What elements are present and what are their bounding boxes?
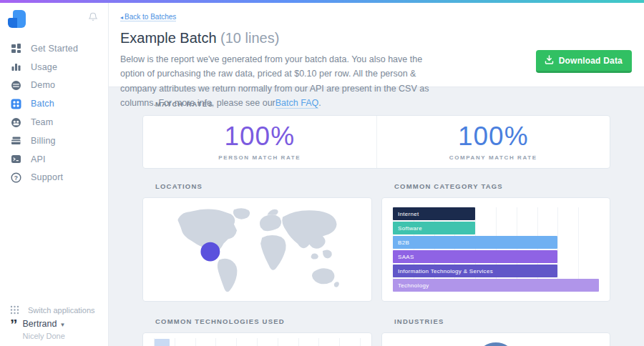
company-match-rate-value: 100% [458,123,529,149]
world-map [143,198,371,301]
back-to-batches-link[interactable]: ◂Back to Batches [120,13,176,21]
sidebar-item-label: Team [31,117,53,127]
sidebar-nav: Get Started Usage Demo Batch [0,39,108,187]
page-title-suffix: (10 lines) [220,30,279,46]
sidebar-item-team[interactable]: Team [0,113,108,132]
sidebar-item-batch[interactable]: Batch [0,94,108,113]
terminal-icon [10,153,22,165]
sidebar-item-support[interactable]: ? Support [0,169,108,187]
bar-software: Software [393,222,475,234]
question-circle-icon: ? [10,172,22,184]
technologies-chart [154,338,361,346]
technologies-card [142,332,372,346]
chart-gridlines [154,338,361,346]
bar-information-technology-services: Information Technology & Services [393,265,557,277]
grid-dots-icon [10,305,19,315]
section-label-industries: INDUSTRIES [381,317,610,325]
clearbit-logo-icon[interactable] [8,10,26,28]
bar-internet: Internet [393,207,475,220]
person-match-rate-caption: PERSON MATCH RATE [218,154,301,161]
top-gradient-bar [0,0,644,3]
credit-card-icon [10,134,22,147]
industries-card [381,332,610,346]
match-rates-card: 100% PERSON MATCH RATE 100% COMPANY MATC… [142,115,610,169]
org-avatar-icon: ” [10,320,16,330]
sidebar-item-demo[interactable]: Demo [0,76,108,95]
person-match-rate-value: 100% [224,123,295,149]
dashboard-grid-icon [10,42,22,54]
sidebar-item-get-started[interactable]: Get Started [0,39,108,58]
sidebar-item-label: Demo [31,80,55,90]
sidebar-item-usage[interactable]: Usage [0,58,108,76]
switch-applications-label: Switch applications [28,306,95,315]
svg-text:?: ? [14,174,18,182]
team-icon [10,117,22,129]
user-name: Bertrand [23,319,57,329]
bar-saas: SAAS [393,250,557,263]
browser-circle-icon [10,79,22,92]
page-header: ◂Back to Batches Example Batch (10 lines… [109,3,644,87]
bar-b2b: B2B [393,236,557,249]
download-icon [545,55,554,66]
sidebar-item-label: Usage [31,62,57,72]
bar-chart-icon [10,61,22,73]
section-label-locations: LOCATIONS [142,182,372,189]
chevron-down-icon: ▼ [59,322,65,328]
category-bar-rows: InternetSoftwareB2BSAASInformation Techn… [393,207,599,292]
download-data-button[interactable]: Download Data [536,50,632,73]
technologies-first-bar [155,339,170,346]
sidebar-item-label: Batch [31,99,54,109]
org-name: Nicely Done [23,332,66,340]
report-content: MATCH RATES 100% PERSON MATCH RATE 100% … [109,87,644,346]
app-screen: Get Started Usage Demo Batch [0,0,644,346]
batch-dots-icon [10,98,22,110]
sidebar: Get Started Usage Demo Batch [0,3,109,346]
category-tags-chart: InternetSoftwareB2BSAASInformation Techn… [393,207,599,292]
person-match-rate: 100% PERSON MATCH RATE [143,116,376,168]
bar-technology: Technology [393,279,599,292]
sidebar-item-label: Billing [31,136,56,146]
notification-bell-icon[interactable] [87,11,99,24]
sidebar-item-billing[interactable]: Billing [0,132,108,150]
company-match-rate: 100% COMPANY MATCH RATE [376,116,610,168]
sidebar-item-label: Support [31,172,63,182]
switch-applications[interactable]: Switch applications [10,305,95,315]
location-marker [200,242,220,262]
sidebar-item-api[interactable]: API [0,150,108,169]
sidebar-item-label: Get Started [31,44,78,54]
page-title: Example Batch (10 lines) [120,30,644,46]
locations-card [142,197,372,302]
section-label-technologies: COMMON TECHNOLOGIES USED [142,317,372,325]
category-tags-card: InternetSoftwareB2BSAASInformation Techn… [381,197,610,302]
back-arrow-icon: ◂ [120,14,123,21]
section-label-category-tags: COMMON CATEGORY TAGS [381,182,610,189]
page-description: Below is the report we've generated from… [120,52,440,110]
batch-faq-link[interactable]: Batch FAQ [275,98,318,109]
sidebar-item-label: API [31,154,46,164]
company-match-rate-caption: COMPANY MATCH RATE [449,154,537,161]
industries-donut-chart [475,342,517,346]
main-area: ◂Back to Batches Example Batch (10 lines… [109,3,644,346]
user-menu[interactable]: ” Bertrand▼ Nicely Done [10,317,65,340]
